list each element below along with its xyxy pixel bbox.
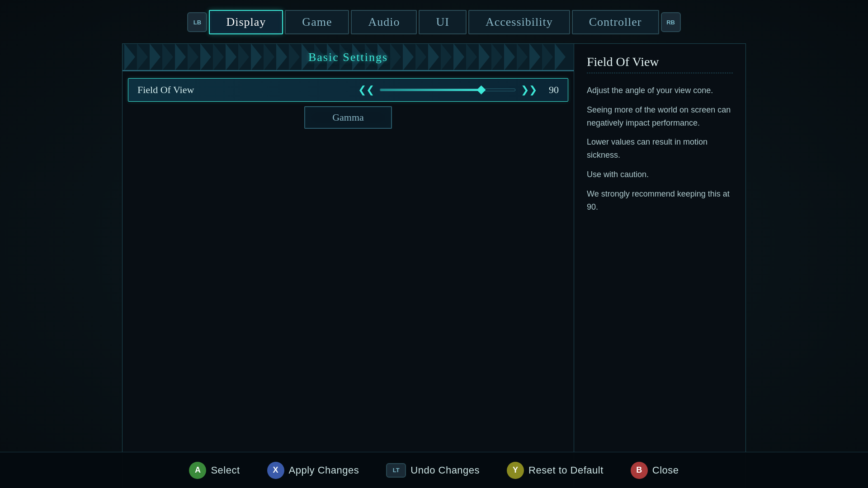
deco-tri-4 bbox=[162, 44, 173, 70]
tab-controller[interactable]: Controller bbox=[572, 10, 659, 34]
top-nav: LB Display Game Audio UI Accessibility C… bbox=[187, 10, 680, 34]
undo-changes-action[interactable]: LT Undo Changes bbox=[386, 463, 480, 478]
settings-screen: LB Display Game Audio UI Accessibility C… bbox=[0, 0, 868, 488]
apply-changes-label: Apply Changes bbox=[289, 465, 359, 476]
reset-default-label: Reset to Default bbox=[528, 465, 604, 476]
tab-ui-label: UI bbox=[436, 15, 449, 28]
deco-tri-12 bbox=[264, 44, 274, 70]
deco-tri-33 bbox=[529, 44, 540, 70]
select-action[interactable]: A Select bbox=[189, 462, 240, 479]
deco-tri-8 bbox=[213, 44, 224, 70]
deco-tri-29 bbox=[479, 44, 490, 70]
lt-button-icon: LT bbox=[386, 463, 406, 478]
deco-tri-10 bbox=[238, 44, 249, 70]
close-label: Close bbox=[652, 465, 679, 476]
deco-tri-14 bbox=[289, 44, 300, 70]
deco-tri-26 bbox=[441, 44, 452, 70]
panel-header-title: Basic Settings bbox=[308, 51, 388, 64]
deco-tri-32 bbox=[517, 44, 528, 70]
deco-tri-22 bbox=[390, 44, 401, 70]
deco-tri-13 bbox=[276, 44, 287, 70]
info-title: Field Of View bbox=[587, 55, 733, 73]
deco-tri-35 bbox=[555, 44, 566, 70]
tab-game-label: Game bbox=[302, 15, 332, 28]
info-text-5: We strongly recommend keeping this at 90… bbox=[587, 188, 733, 214]
lb-label: LB bbox=[193, 19, 201, 26]
field-of-view-row[interactable]: Field Of View ❮❮ ❯❯ 90 bbox=[128, 78, 568, 102]
info-text-1: Adjust the angle of your view cone. bbox=[587, 84, 733, 97]
lb-bumper[interactable]: LB bbox=[187, 12, 207, 32]
bottom-bar: A Select X Apply Changes LT Undo Changes… bbox=[0, 452, 868, 488]
tab-ui[interactable]: UI bbox=[419, 10, 466, 34]
x-button-icon: X bbox=[267, 462, 284, 479]
main-content: Basic Settings Field Of View ❮❮ ❯❯ 90 bbox=[122, 43, 746, 488]
deco-tri-1 bbox=[124, 44, 135, 70]
b-button-icon: B bbox=[631, 462, 648, 479]
deco-tri-7 bbox=[200, 44, 211, 70]
info-text-3: Lower values can result in motion sickne… bbox=[587, 136, 733, 162]
deco-tri-5 bbox=[175, 44, 186, 70]
tab-accessibility-label: Accessibility bbox=[486, 15, 553, 28]
deco-tri-3 bbox=[150, 44, 160, 70]
deco-tri-27 bbox=[453, 44, 464, 70]
undo-changes-label: Undo Changes bbox=[410, 465, 480, 476]
deco-tri-9 bbox=[226, 44, 236, 70]
tab-controller-label: Controller bbox=[589, 15, 642, 28]
rb-bumper[interactable]: RB bbox=[661, 12, 681, 32]
tab-audio-label: Audio bbox=[368, 15, 400, 28]
fov-value: 90 bbox=[542, 84, 559, 96]
deco-tri-11 bbox=[251, 44, 262, 70]
deco-tri-30 bbox=[491, 44, 502, 70]
deco-tri-25 bbox=[428, 44, 439, 70]
deco-tri-6 bbox=[188, 44, 198, 70]
reset-default-action[interactable]: Y Reset to Default bbox=[507, 462, 604, 479]
deco-tri-28 bbox=[466, 44, 477, 70]
apply-changes-action[interactable]: X Apply Changes bbox=[267, 462, 359, 479]
fov-slider-track[interactable] bbox=[380, 89, 515, 91]
settings-list: Field Of View ❮❮ ❯❯ 90 Gamma bbox=[123, 71, 574, 136]
deco-tri-31 bbox=[504, 44, 515, 70]
right-panel: Field Of View Adjust the angle of your v… bbox=[574, 43, 746, 488]
deco-tri-34 bbox=[542, 44, 553, 70]
tab-accessibility[interactable]: Accessibility bbox=[468, 10, 570, 34]
fov-slider-thumb bbox=[477, 85, 486, 94]
deco-tri-2 bbox=[137, 44, 148, 70]
select-label: Select bbox=[211, 465, 240, 476]
left-panel: Basic Settings Field Of View ❮❮ ❯❯ 90 bbox=[122, 43, 574, 488]
tab-audio[interactable]: Audio bbox=[351, 10, 417, 34]
tab-display-label: Display bbox=[226, 15, 266, 28]
fov-slider-fill bbox=[380, 89, 481, 91]
info-text-2: Seeing more of the world on screen can n… bbox=[587, 103, 733, 130]
gamma-row: Gamma bbox=[128, 106, 568, 129]
deco-tri-24 bbox=[415, 44, 426, 70]
fov-slider-container: ❮❮ ❯❯ 90 bbox=[358, 84, 559, 96]
tab-game[interactable]: Game bbox=[285, 10, 349, 34]
close-action[interactable]: B Close bbox=[631, 462, 679, 479]
slider-right-arrow[interactable]: ❯❯ bbox=[521, 84, 537, 96]
deco-tri-23 bbox=[403, 44, 414, 70]
a-button-icon: A bbox=[189, 462, 206, 479]
slider-left-arrow[interactable]: ❮❮ bbox=[358, 84, 374, 96]
rb-label: RB bbox=[666, 19, 675, 26]
y-button-icon: Y bbox=[507, 462, 524, 479]
info-text-4: Use with caution. bbox=[587, 168, 733, 181]
gamma-button[interactable]: Gamma bbox=[304, 106, 392, 129]
tab-display[interactable]: Display bbox=[209, 10, 283, 34]
field-of-view-label: Field Of View bbox=[137, 84, 358, 96]
panel-header: Basic Settings bbox=[123, 44, 574, 71]
